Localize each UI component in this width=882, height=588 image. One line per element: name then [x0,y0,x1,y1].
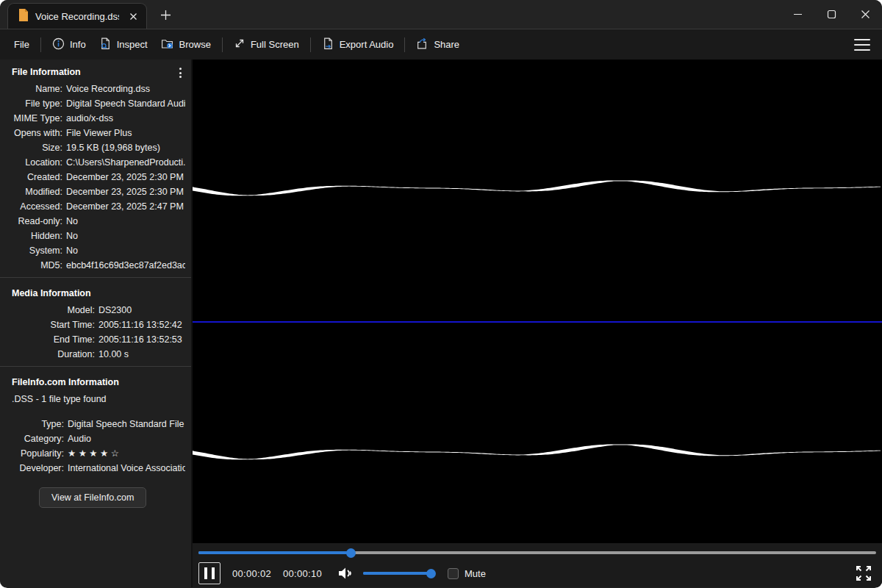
volume-thumb[interactable] [426,569,436,578]
info-icon [52,37,65,52]
info-row: Read-only:No [12,214,185,229]
info-sidebar: File Information Name:Voice Recording.ds… [0,60,193,587]
full-screen-icon [234,37,245,51]
section-title: File Information [12,65,185,82]
info-row: MD5:ebcb4f16c69d3ec87af2ed3ac... [12,258,185,273]
close-button[interactable] [848,0,882,29]
channel-divider-line [193,321,882,323]
window-controls [781,0,882,29]
info-row: End Time:2005:11:16 13:52:53 [12,332,185,347]
section-title: Media Information [12,287,185,303]
browse-label: Browse [179,39,211,50]
control-row: 00:00:02 00:00:10 Mute [193,559,882,587]
inspect-button[interactable]: Inspect [93,33,154,57]
seek-bar[interactable] [193,543,882,559]
share-label: Share [434,39,459,50]
export-audio-button[interactable]: Export Audio [315,33,401,57]
info-row: Created:December 23, 2025 2:30 PM [12,170,185,184]
toolbar-separator [404,37,405,52]
info-row: Hidden:No [12,229,185,243]
seek-progress [198,551,351,554]
volume-slider[interactable] [363,572,431,575]
pause-icon [212,567,215,579]
toolbar-separator [222,37,223,52]
inspect-icon [99,37,112,52]
info-button[interactable]: Info [46,33,93,57]
tab-close-icon[interactable] [126,9,140,24]
info-row: Name:Voice Recording.dss [12,82,185,96]
seek-thumb[interactable] [346,548,356,558]
mute-label: Mute [465,568,486,579]
seek-track[interactable] [198,551,876,554]
info-row: Category:Audio [12,431,185,446]
fileinfo-subtitle: .DSS - 1 file type found [12,392,185,406]
menu-icon[interactable] [850,35,875,55]
info-row: Location:C:\Users\SharpenedProducti... [12,155,185,170]
document-tab[interactable]: Voice Recording.dss [7,3,147,29]
export-audio-icon [322,37,334,52]
maximize-button[interactable] [814,0,848,29]
toolbar-separator [40,37,41,52]
info-row: MIME Type:audio/x-dss [12,111,185,126]
waveform-channel-bottom [193,430,882,474]
tab-title: Voice Recording.dss [35,11,119,22]
volume-icon[interactable] [337,565,354,581]
share-button[interactable]: Share [409,33,466,57]
volume-fill [363,572,431,575]
media-information-section: Media Information Model:DS2300 Start Tim… [0,277,191,366]
info-row: System:No [12,243,185,258]
info-row: Start Time:2005:11:16 13:52:42 [12,318,185,332]
file-menu-button[interactable]: File [7,35,36,54]
file-information-section: File Information Name:Voice Recording.ds… [0,60,191,277]
browse-button[interactable]: Browse [154,33,218,57]
file-menu-label: File [14,39,29,50]
app-window: Voice Recording.dss File [0,0,882,588]
info-row: Duration:10.00 s [12,347,185,362]
info-row: Popularity:★ ★ ★ ★ ☆ [12,446,185,461]
file-icon [18,9,29,24]
kebab-menu-icon[interactable] [174,65,186,80]
section-title: FileInfo.com Information [12,376,185,392]
total-time: 00:00:10 [283,568,322,579]
info-row: Accessed:December 23, 2025 2:47 PM [12,199,185,214]
full-screen-label: Full Screen [251,39,299,50]
browse-folder-icon [161,37,174,52]
toolbar-separator [310,37,311,52]
title-bar: Voice Recording.dss [0,0,882,29]
waveform-channel-top [193,166,882,210]
pause-icon [204,567,207,579]
info-label: Info [70,39,86,50]
info-row: Size:19.5 KB (19,968 bytes) [12,140,185,155]
player-controls: 00:00:02 00:00:10 Mute [193,543,882,587]
view-at-fileinfo-button[interactable]: View at FileInfo.com [39,487,146,508]
inspect-label: Inspect [117,39,148,50]
current-time: 00:00:02 [232,568,271,579]
info-row: Type:Digital Speech Standard File [12,417,185,431]
pause-button[interactable] [198,562,220,584]
mute-checkbox[interactable] [448,568,459,579]
fullscreen-icon[interactable] [853,562,875,584]
popularity-stars: ★ ★ ★ ★ ☆ [68,446,185,461]
main-body: File Information Name:Voice Recording.ds… [0,60,882,587]
minimize-button[interactable] [781,0,814,29]
toolbar: File Info Inspect Browse Full Scre [0,29,882,60]
info-row: Model:DS2300 [12,303,185,318]
share-icon [416,37,429,52]
info-row: Modified:December 23, 2025 2:30 PM [12,184,185,199]
info-row: Opens with:File Viewer Plus [12,126,185,140]
full-screen-button[interactable]: Full Screen [227,33,306,56]
fileinfo-section: FileInfo.com Information .DSS - 1 file t… [0,366,191,512]
info-row: Developer:International Voice Associatio… [12,461,185,476]
info-row: File type:Digital Speech Standard Audi..… [12,96,185,111]
new-tab-button[interactable] [154,4,176,26]
export-audio-label: Export Audio [340,39,394,50]
media-panel: 00:00:02 00:00:10 Mute [193,60,882,587]
